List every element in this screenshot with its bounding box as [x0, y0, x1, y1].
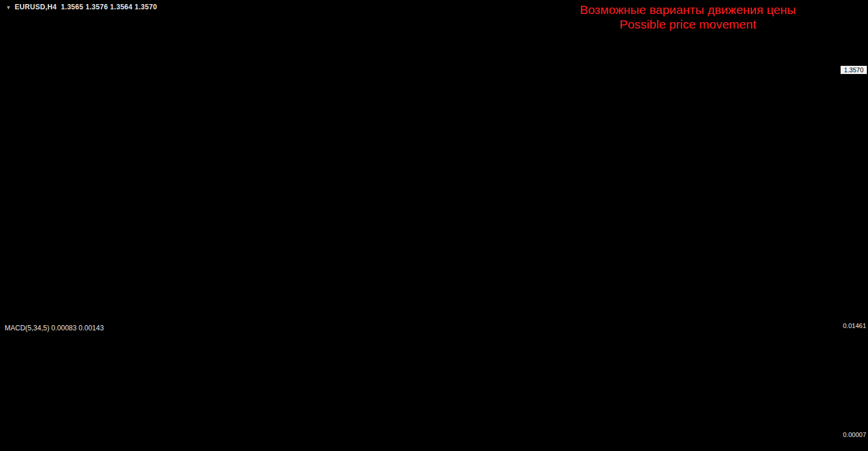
mt4-chart-window: ▼EURUSD,H4 1.3565 1.3576 1.3564 1.3570 В… [0, 0, 868, 451]
chart-canvas[interactable] [0, 0, 868, 451]
